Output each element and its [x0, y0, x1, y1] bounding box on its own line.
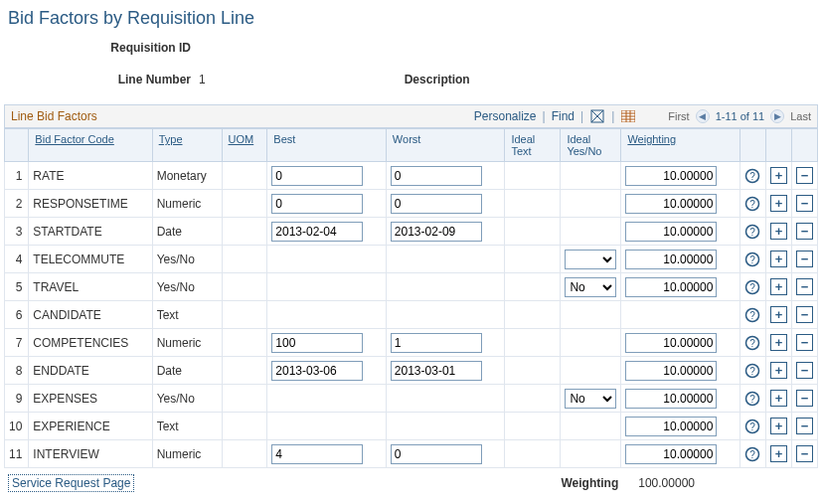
add-row-button[interactable]: + — [770, 362, 787, 379]
delete-row-button[interactable]: − — [796, 390, 813, 407]
best-input[interactable] — [271, 194, 363, 214]
weighting-input[interactable] — [625, 166, 717, 186]
add-row-button[interactable]: + — [770, 306, 787, 323]
add-row-button[interactable]: + — [770, 195, 787, 212]
bid-factor-type: Yes/No — [152, 385, 222, 413]
table-row: 2RESPONSETIMENumeric?+− — [5, 190, 818, 218]
add-row-button[interactable]: + — [770, 445, 787, 462]
worst-input[interactable] — [391, 444, 482, 464]
uom-cell — [222, 246, 267, 273]
help-icon[interactable]: ? — [744, 419, 761, 434]
add-row-button[interactable]: + — [770, 167, 787, 184]
prev-icon[interactable]: ◀ — [696, 109, 710, 123]
add-row-button[interactable]: + — [770, 418, 787, 434]
help-icon[interactable]: ? — [744, 224, 761, 240]
help-icon[interactable]: ? — [744, 335, 761, 351]
worst-input[interactable] — [391, 194, 482, 214]
weighting-input[interactable] — [625, 333, 717, 353]
best-input[interactable] — [271, 222, 363, 242]
add-row-button[interactable]: + — [770, 223, 787, 240]
col-ideal-yesno: Ideal Yes/No — [567, 133, 601, 157]
delete-row-button[interactable]: − — [796, 167, 813, 184]
col-weighting[interactable]: Weighting — [627, 133, 676, 145]
bid-factor-type: Text — [152, 413, 222, 440]
weighting-input[interactable] — [625, 361, 717, 381]
bid-factor-code: EXPENSES — [29, 385, 152, 413]
find-link[interactable]: Find — [552, 109, 575, 123]
delete-row-button[interactable]: − — [796, 278, 813, 295]
bid-factor-type: Numeric — [152, 190, 222, 218]
col-bid-factor-code[interactable]: Bid Factor Code — [35, 133, 113, 145]
table-row: 1RATEMonetary?+− — [5, 162, 818, 190]
download-icon[interactable] — [620, 108, 636, 124]
bid-factor-code: TELECOMMUTE — [29, 246, 152, 273]
help-icon[interactable]: ? — [744, 391, 761, 407]
svg-text:?: ? — [749, 226, 755, 237]
best-input[interactable] — [271, 361, 363, 381]
worst-input[interactable] — [391, 222, 482, 242]
delete-row-button[interactable]: − — [796, 223, 813, 240]
uom-cell — [222, 190, 267, 218]
best-input[interactable] — [271, 166, 363, 186]
weighting-input[interactable] — [625, 389, 717, 409]
nav-first[interactable]: First — [668, 110, 689, 122]
bid-factor-type: Numeric — [152, 329, 222, 357]
weighting-input[interactable] — [625, 417, 717, 436]
bid-factor-code: ENDDATE — [29, 357, 152, 385]
weighting-input[interactable] — [625, 444, 717, 464]
col-ideal-text: Ideal Text — [511, 133, 535, 157]
delete-row-button[interactable]: − — [796, 306, 813, 323]
table-row: 6CANDIDATEText?+− — [5, 301, 818, 329]
ideal-yesno-select[interactable]: No — [565, 389, 616, 409]
weighting-input[interactable] — [625, 194, 717, 214]
delete-row-button[interactable]: − — [796, 334, 813, 351]
help-icon[interactable]: ? — [744, 196, 761, 212]
add-row-button[interactable]: + — [770, 251, 787, 267]
best-input[interactable] — [271, 444, 363, 464]
bid-factor-type: Monetary — [152, 162, 222, 190]
svg-text:?: ? — [749, 448, 755, 459]
bid-factor-code: INTERVIEW — [29, 440, 152, 468]
help-icon[interactable]: ? — [744, 446, 761, 462]
next-icon[interactable]: ▶ — [770, 109, 784, 123]
add-row-button[interactable]: + — [770, 278, 787, 295]
uom-cell — [222, 413, 267, 440]
weighting-total-label: Weighting — [561, 476, 618, 490]
view-all-icon[interactable] — [589, 108, 605, 124]
delete-row-button[interactable]: − — [796, 362, 813, 379]
delete-row-button[interactable]: − — [796, 251, 813, 267]
bid-factor-type: Text — [152, 301, 222, 329]
worst-input[interactable] — [391, 361, 482, 381]
delete-row-button[interactable]: − — [796, 418, 813, 434]
nav-range: 1-11 of 11 — [716, 110, 765, 122]
weighting-input[interactable] — [625, 277, 717, 297]
bid-factor-type: Date — [152, 218, 222, 246]
help-icon[interactable]: ? — [744, 279, 761, 295]
help-icon[interactable]: ? — [744, 363, 761, 379]
weighting-input[interactable] — [625, 222, 717, 242]
weighting-input[interactable] — [625, 250, 717, 269]
delete-row-button[interactable]: − — [796, 445, 813, 462]
delete-row-button[interactable]: − — [796, 195, 813, 212]
col-uom[interactable]: UOM — [229, 133, 254, 145]
service-request-link[interactable]: Service Request Page — [8, 474, 134, 492]
help-icon[interactable]: ? — [744, 252, 761, 267]
bid-factor-code: STARTDATE — [29, 218, 152, 246]
personalize-link[interactable]: Personalize — [474, 109, 537, 123]
nav-last[interactable]: Last — [790, 110, 811, 122]
ideal-yesno-select[interactable]: No — [565, 277, 616, 297]
col-type[interactable]: Type — [159, 133, 183, 145]
help-icon[interactable]: ? — [744, 307, 761, 323]
table-row: 8ENDDATEDate?+− — [5, 357, 818, 385]
worst-input[interactable] — [391, 166, 482, 186]
worst-input[interactable] — [391, 333, 482, 353]
ideal-yesno-select[interactable] — [565, 250, 616, 269]
table-row: 10EXPERIENCEText?+− — [5, 413, 818, 440]
description-label: Description — [405, 73, 514, 86]
add-row-button[interactable]: + — [770, 334, 787, 351]
row-number: 6 — [5, 301, 29, 329]
add-row-button[interactable]: + — [770, 390, 787, 407]
help-icon[interactable]: ? — [744, 168, 761, 184]
svg-text:?: ? — [749, 281, 755, 292]
best-input[interactable] — [271, 333, 363, 353]
